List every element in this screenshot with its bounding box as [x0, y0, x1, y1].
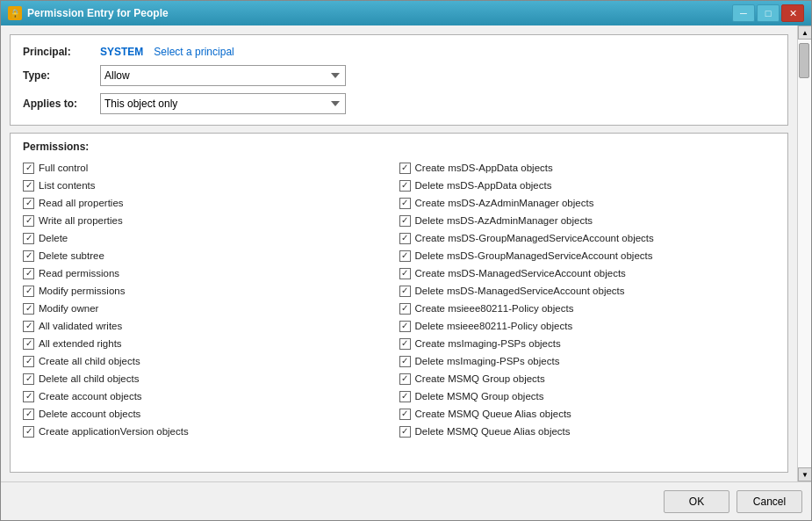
- perm-checkbox[interactable]: [23, 163, 34, 174]
- type-row: Type: Allow Deny: [23, 65, 775, 86]
- permissions-title: Permissions:: [11, 134, 787, 156]
- perm-checkbox[interactable]: [399, 373, 411, 385]
- perm-right-column: Create msDS-AppData objectsDelete msDS-A…: [399, 160, 776, 465]
- perm-label: All extended rights: [39, 338, 122, 349]
- window-icon: 🔒: [8, 6, 22, 20]
- perm-item: Delete: [23, 230, 399, 246]
- perm-label: Delete account objects: [39, 409, 140, 419]
- ok-button[interactable]: OK: [664, 490, 729, 513]
- perm-checkbox[interactable]: [23, 321, 34, 332]
- perm-checkbox[interactable]: [399, 391, 411, 402]
- perm-checkbox[interactable]: [23, 250, 34, 262]
- perm-checkbox[interactable]: [23, 356, 34, 367]
- scroll-track[interactable]: [798, 40, 811, 467]
- scroll-down-button[interactable]: ▼: [798, 467, 811, 481]
- principal-row: Principal: SYSTEM Select a principal: [23, 46, 775, 58]
- perm-checkbox[interactable]: [23, 268, 34, 279]
- perm-item: Create MSMQ Queue Alias objects: [399, 406, 776, 422]
- perm-label: Delete: [39, 233, 68, 243]
- perm-checkbox[interactable]: [23, 286, 34, 297]
- cancel-button[interactable]: Cancel: [737, 490, 802, 513]
- perm-checkbox[interactable]: [399, 321, 411, 332]
- permission-entry-window: 🔒 Permission Entry for People ─ □ ✕ Prin…: [0, 0, 812, 521]
- perm-item: Create applicationVersion objects: [23, 423, 399, 439]
- applies-to-select[interactable]: This object only This object and all des…: [100, 93, 346, 114]
- perm-checkbox[interactable]: [399, 215, 411, 227]
- perm-checkbox[interactable]: [399, 163, 411, 174]
- perm-label: Delete msImaging-PSPs objects: [415, 356, 560, 366]
- perm-label: Create msDS-AzAdminManager objects: [415, 198, 594, 208]
- perm-item: Delete MSMQ Queue Alias objects: [399, 423, 776, 439]
- perm-label: Delete all child objects: [39, 373, 139, 384]
- perm-checkbox[interactable]: [399, 409, 411, 420]
- applies-to-row: Applies to: This object only This object…: [23, 93, 775, 114]
- perm-item: Delete msDS-GroupManagedServiceAccount o…: [399, 248, 776, 264]
- perm-label: Create MSMQ Group objects: [415, 373, 545, 384]
- perm-label: Create msieee80211-Policy objects: [415, 303, 574, 314]
- perm-label: Create msDS-ManagedServiceAccount object…: [415, 268, 626, 279]
- principal-label: Principal:: [23, 46, 93, 58]
- perm-item: All validated writes: [23, 318, 399, 334]
- type-label: Type:: [23, 69, 93, 82]
- title-bar: 🔒 Permission Entry for People ─ □ ✕: [1, 1, 811, 25]
- window-content: Principal: SYSTEM Select a principal Typ…: [1, 25, 811, 481]
- perm-item: Create msDS-AzAdminManager objects: [399, 195, 776, 211]
- perm-label: List contents: [39, 180, 96, 191]
- perm-checkbox[interactable]: [399, 180, 411, 192]
- perm-item: Read permissions: [23, 265, 399, 281]
- perm-item: Modify permissions: [23, 283, 399, 299]
- perm-checkbox[interactable]: [23, 215, 34, 227]
- minimize-button[interactable]: ─: [732, 4, 755, 22]
- scroll-thumb[interactable]: [799, 43, 809, 78]
- perm-checkbox[interactable]: [399, 268, 411, 279]
- perm-checkbox[interactable]: [23, 409, 34, 420]
- perm-label: Delete msDS-ManagedServiceAccount object…: [415, 286, 625, 296]
- select-principal-link[interactable]: Select a principal: [154, 46, 234, 58]
- scroll-up-button[interactable]: ▲: [798, 25, 811, 40]
- perm-label: Create account objects: [39, 391, 142, 402]
- perm-checkbox[interactable]: [399, 356, 411, 367]
- restore-button[interactable]: □: [757, 4, 780, 22]
- perm-item: Create msDS-AppData objects: [399, 160, 776, 176]
- perm-label: Read all properties: [39, 198, 124, 208]
- perm-checkbox[interactable]: [23, 391, 34, 402]
- perm-item: Modify owner: [23, 300, 399, 316]
- perm-checkbox[interactable]: [23, 180, 34, 192]
- perm-left-column: Full controlList contentsRead all proper…: [23, 160, 399, 465]
- perm-label: Delete msDS-GroupManagedServiceAccount o…: [415, 250, 653, 261]
- perm-checkbox[interactable]: [399, 338, 411, 350]
- perm-checkbox[interactable]: [23, 198, 34, 209]
- perm-item: Write all properties: [23, 213, 399, 228]
- perm-item: All extended rights: [23, 336, 399, 351]
- perm-label: Write all properties: [39, 215, 123, 226]
- perm-item: Create MSMQ Group objects: [399, 371, 776, 387]
- bottom-bar: OK Cancel: [1, 481, 811, 520]
- close-button[interactable]: ✕: [781, 4, 804, 22]
- perm-item: Delete msDS-ManagedServiceAccount object…: [399, 283, 776, 299]
- perm-item: Create account objects: [23, 388, 399, 404]
- perm-label: Create msDS-GroupManagedServiceAccount o…: [415, 233, 654, 243]
- perm-label: Create MSMQ Queue Alias objects: [415, 409, 571, 419]
- perm-item: Delete all child objects: [23, 371, 399, 387]
- type-select[interactable]: Allow Deny: [100, 65, 346, 86]
- perm-checkbox[interactable]: [23, 303, 34, 315]
- perm-checkbox[interactable]: [399, 286, 411, 297]
- perm-item: Delete MSMQ Group objects: [399, 388, 776, 404]
- perm-checkbox[interactable]: [23, 373, 34, 385]
- perm-item: Create msImaging-PSPs objects: [399, 336, 776, 351]
- perm-checkbox[interactable]: [23, 426, 34, 438]
- perm-checkbox[interactable]: [399, 233, 411, 244]
- perm-checkbox[interactable]: [399, 426, 411, 438]
- permissions-panel: Permissions: Full controlList contentsRe…: [10, 133, 788, 473]
- top-panel: Principal: SYSTEM Select a principal Typ…: [10, 34, 788, 126]
- perm-checkbox[interactable]: [399, 303, 411, 315]
- perm-label: Read permissions: [39, 268, 119, 279]
- perm-label: Full control: [39, 163, 88, 173]
- perm-checkbox[interactable]: [23, 338, 34, 350]
- perm-checkbox[interactable]: [399, 250, 411, 262]
- perm-label: Create applicationVersion objects: [39, 426, 189, 437]
- principal-value: SYSTEM: [100, 46, 143, 58]
- perm-checkbox[interactable]: [399, 198, 411, 209]
- perm-checkbox[interactable]: [23, 233, 34, 244]
- perm-label: Create msImaging-PSPs objects: [415, 338, 561, 349]
